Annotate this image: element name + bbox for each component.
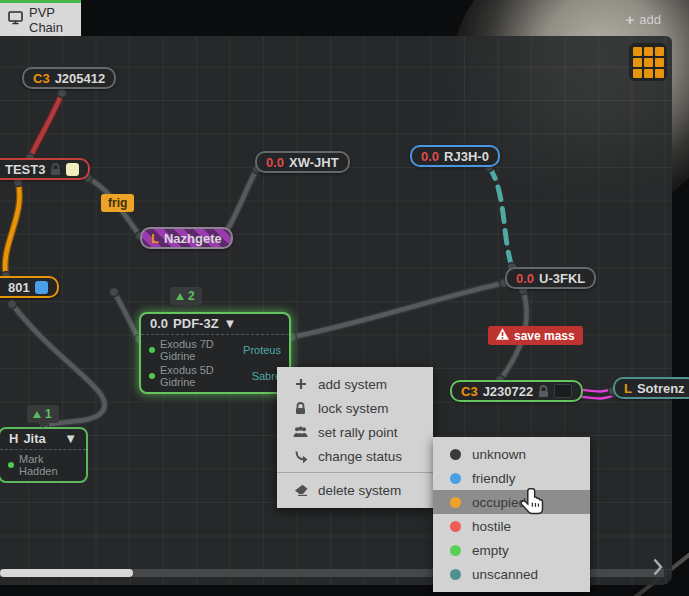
status-dot-icon	[450, 545, 461, 556]
status-label: hostile	[472, 519, 511, 534]
pilot-count: 2	[188, 289, 195, 303]
system-node-test3[interactable]: TEST3	[0, 158, 90, 180]
arrow-up-icon	[176, 293, 184, 300]
system-class: H	[9, 431, 18, 446]
menu-separator	[277, 472, 433, 473]
save-mass-badge: save mass	[488, 326, 583, 345]
system-node-jita[interactable]: H Jita ▼ Mark Hadden	[0, 427, 88, 483]
app-window: PVP Chain + add	[0, 0, 689, 596]
menu-item-lock-system[interactable]: lock system	[277, 396, 433, 420]
status-item-unscanned[interactable]: unscanned	[433, 562, 590, 586]
system-node-nazhgete[interactable]: L Nazhgete	[140, 227, 233, 249]
system-node-pdf-3z[interactable]: 0.0 PDF-3Z ▼ Exodus 7D Gidrine Proteus E…	[139, 312, 291, 394]
menu-item-label: change status	[318, 449, 402, 464]
status-label: unscanned	[472, 567, 538, 582]
pilot-count-badge: 1	[27, 405, 59, 423]
tab-pvp-chain[interactable]: PVP Chain	[0, 3, 81, 36]
status-dot-icon	[450, 497, 461, 508]
security-status: 0.0	[421, 149, 439, 164]
ship-type: Proteus	[229, 344, 281, 356]
system-header[interactable]: 0.0 PDF-3Z ▼	[141, 314, 289, 334]
online-dot-icon	[8, 462, 14, 468]
pilot-row: Exodus 7D Gidrine Proteus	[149, 338, 281, 362]
add-map-button[interactable]: + add	[626, 12, 661, 27]
system-name: 801	[8, 280, 30, 295]
system-node-j205412[interactable]: C3 J205412	[22, 67, 116, 89]
status-dot-icon	[450, 569, 461, 580]
save-mass-label: save mass	[514, 329, 575, 343]
pilot-list: Exodus 7D Gidrine Proteus Exodus 5D Gidr…	[141, 334, 289, 392]
system-node-rj3h-0[interactable]: 0.0 RJ3H-0	[410, 145, 500, 167]
system-name: J205412	[55, 71, 106, 86]
system-name: PDF-3Z	[173, 316, 219, 331]
menu-item-set-rally-point[interactable]: set rally point	[277, 420, 433, 444]
status-item-friendly[interactable]: friendly	[433, 466, 590, 490]
status-label: empty	[472, 543, 509, 558]
chevron-down-icon[interactable]: ▼	[224, 316, 237, 331]
system-node-j230722[interactable]: C3 J230722	[450, 380, 583, 402]
online-dot-icon	[149, 347, 155, 353]
status-submenu: unknown friendly occupied hostile empty …	[433, 437, 590, 592]
lock-icon	[538, 385, 549, 398]
monitor-icon	[8, 11, 23, 28]
status-item-hostile[interactable]: hostile	[433, 514, 590, 538]
menu-item-change-status[interactable]: change status	[277, 444, 433, 468]
system-class: C3	[461, 384, 478, 399]
chevron-down-icon[interactable]: ▼	[64, 431, 77, 446]
context-menu: add system lock system set rally point c…	[277, 367, 433, 508]
system-name: Sotrenz	[637, 381, 685, 396]
status-item-empty[interactable]: empty	[433, 538, 590, 562]
scroll-right-chevron-icon[interactable]	[653, 558, 663, 580]
status-item-occupied[interactable]: occupied	[433, 490, 590, 514]
security-status: 0.0	[266, 155, 284, 170]
system-node-u-3fkl[interactable]: 0.0 U-3FKL	[505, 267, 596, 289]
scrollbar-thumb[interactable]	[0, 569, 133, 577]
add-label: add	[639, 12, 661, 27]
system-class: L	[624, 381, 632, 396]
security-status: 0.0	[150, 316, 168, 331]
arrow-up-icon	[33, 411, 41, 418]
system-name: J230722	[483, 384, 534, 399]
system-name: XW-JHT	[289, 155, 339, 170]
status-label: occupied	[472, 495, 526, 510]
ship-type: Sabre	[238, 370, 281, 382]
curved-arrow-icon	[292, 450, 309, 463]
pilot-name: Exodus 7D Gidrine	[160, 338, 224, 362]
lock-icon	[50, 163, 61, 176]
system-node-801[interactable]: 801	[0, 276, 59, 298]
plus-icon: +	[626, 13, 635, 26]
system-name: U-3FKL	[539, 271, 585, 286]
plus-icon	[292, 378, 309, 390]
system-header[interactable]: H Jita ▼	[0, 429, 86, 449]
map-grid-toggle-button[interactable]	[629, 43, 667, 81]
pilot-row: Mark Hadden	[8, 453, 78, 477]
pilot-name: Exodus 5D Gidrine	[160, 364, 233, 388]
menu-item-delete-system[interactable]: delete system	[277, 478, 433, 502]
pilot-count-badge: 2	[170, 287, 202, 305]
mouse-cursor-pointer	[519, 487, 546, 521]
status-dot-icon	[450, 521, 461, 532]
lock-icon	[292, 402, 309, 415]
status-item-unknown[interactable]: unknown	[433, 442, 590, 466]
status-dot-icon	[450, 449, 461, 460]
status-label: friendly	[472, 471, 516, 486]
pilot-name: Mark Hadden	[19, 453, 78, 477]
status-label: unknown	[472, 447, 526, 462]
note-square-icon	[66, 163, 79, 176]
menu-item-label: lock system	[318, 401, 389, 416]
top-bar: PVP Chain + add	[0, 0, 689, 36]
dark-square-icon	[554, 384, 572, 398]
pilot-count: 1	[45, 407, 52, 421]
system-node-xw-jht[interactable]: 0.0 XW-JHT	[255, 151, 350, 173]
menu-item-add-system[interactable]: add system	[277, 372, 433, 396]
system-class: L	[151, 231, 159, 246]
eraser-icon	[292, 484, 309, 496]
menu-item-label: set rally point	[318, 425, 398, 440]
system-node-sotrenz[interactable]: L Sotrenz	[613, 377, 689, 399]
status-square-icon	[35, 281, 48, 294]
tab-label: PVP Chain	[29, 5, 73, 35]
menu-item-label: add system	[318, 377, 387, 392]
status-dot-icon	[450, 473, 461, 484]
online-dot-icon	[149, 373, 155, 379]
pilot-row: Exodus 5D Gidrine Sabre	[149, 364, 281, 388]
